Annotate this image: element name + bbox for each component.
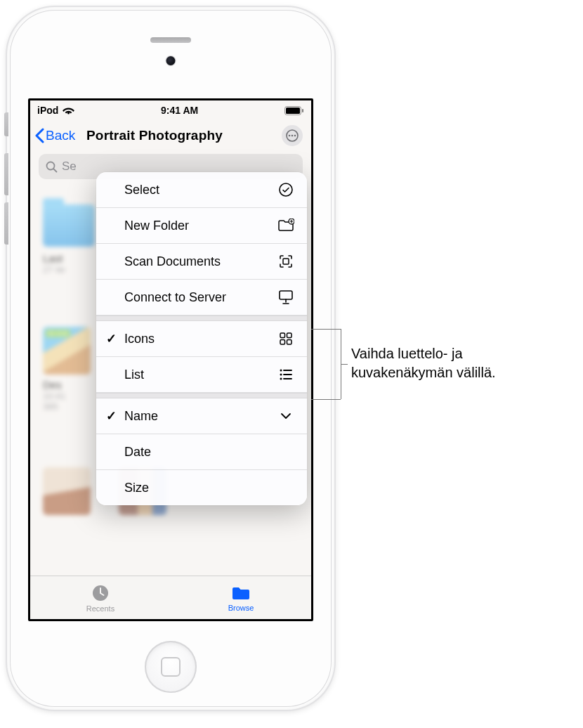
svg-rect-14 [287, 333, 292, 338]
file-name: Des [43, 379, 91, 391]
scan-icon [277, 253, 294, 270]
svg-point-18 [280, 374, 282, 376]
svg-rect-12 [280, 291, 292, 299]
context-menu: Select New Folder Scan Documents Connect… [96, 172, 307, 505]
menu-label: Scan Documents [124, 254, 221, 269]
tab-label: Recents [86, 604, 114, 613]
device-speaker [150, 37, 191, 43]
thumbnail-badge: So cool! [46, 330, 70, 337]
menu-label: Select [124, 183, 159, 197]
svg-point-19 [280, 378, 282, 380]
screen: Last 27 ite So cool! Des 10:41 385 [28, 98, 313, 621]
menu-sort-name[interactable]: ✓ Name [96, 398, 307, 434]
tab-label: Browse [228, 604, 254, 612]
svg-rect-1 [286, 108, 300, 114]
svg-point-7 [47, 162, 55, 169]
callout-line [341, 364, 348, 365]
checkmark-icon: ✓ [106, 331, 117, 346]
menu-view-icons[interactable]: ✓ Icons [96, 321, 307, 357]
folder-icon [43, 204, 95, 247]
file-size: 385 [43, 401, 91, 412]
svg-rect-13 [280, 333, 285, 338]
device-camera [166, 56, 176, 65]
device-frame: Last 27 ite So cool! Des 10:41 385 [7, 7, 334, 710]
file-thumbnail[interactable] [43, 467, 91, 515]
folder-icon [230, 584, 251, 602]
menu-sort-date[interactable]: Date [96, 434, 307, 470]
menu-label: Connect to Server [124, 290, 226, 305]
svg-rect-15 [280, 340, 285, 345]
menu-separator [96, 316, 307, 321]
menu-label: Icons [124, 332, 155, 346]
checkmark-icon: ✓ [106, 408, 117, 424]
search-icon [46, 161, 58, 173]
tab-bar: Recents Browse [30, 576, 311, 619]
tab-recents[interactable]: Recents [30, 576, 171, 619]
menu-select[interactable]: Select [96, 172, 307, 208]
back-label: Back [46, 128, 75, 143]
menu-connect-server[interactable]: Connect to Server [96, 280, 307, 316]
server-icon [277, 289, 294, 306]
svg-rect-16 [287, 340, 292, 345]
svg-point-4 [289, 135, 291, 137]
callout-text: Vaihda luettelo- ja kuvakenäkymän välill… [351, 344, 496, 382]
empty-icon [277, 443, 294, 460]
callout-line2: kuvakenäkymän välillä. [351, 363, 496, 382]
svg-point-5 [292, 135, 294, 137]
list-icon [277, 366, 294, 383]
volume-down-button [4, 202, 8, 245]
callout-line [311, 399, 341, 400]
battery-icon [284, 106, 304, 115]
page-title: Portrait Photography [86, 128, 282, 143]
menu-label: Name [124, 409, 158, 424]
file-time: 10:41 [43, 391, 91, 401]
chevron-down-icon [277, 408, 294, 424]
clock-icon [91, 583, 110, 603]
menu-sort-size[interactable]: Size [96, 470, 307, 505]
status-time: 9:41 AM [161, 105, 198, 116]
svg-rect-2 [302, 109, 303, 112]
menu-label: Date [124, 445, 151, 460]
folder-plus-icon [277, 217, 294, 234]
search-placeholder: Se [62, 160, 77, 174]
grid-icon [277, 330, 294, 347]
svg-point-17 [280, 370, 282, 372]
status-carrier: iPod [37, 105, 58, 116]
menu-label: List [124, 368, 144, 382]
menu-new-folder[interactable]: New Folder [96, 208, 307, 244]
file-thumbnail: So cool! [43, 327, 91, 375]
home-button[interactable] [145, 641, 197, 693]
status-bar: iPod 9:41 AM [30, 100, 311, 120]
volume-up-button [4, 153, 8, 195]
back-button[interactable]: Back [34, 128, 86, 143]
more-button[interactable] [282, 125, 303, 146]
menu-scan-documents[interactable]: Scan Documents [96, 244, 307, 280]
svg-rect-11 [283, 259, 289, 264]
menu-label: New Folder [124, 219, 189, 233]
wifi-icon [63, 106, 74, 115]
svg-point-6 [294, 135, 296, 137]
svg-line-8 [54, 169, 57, 171]
mute-switch [4, 112, 8, 136]
empty-icon [277, 479, 294, 496]
nav-bar: Back Portrait Photography [30, 120, 311, 151]
svg-point-9 [280, 183, 292, 196]
checkmark-circle-icon [277, 181, 294, 198]
callout-line1: Vaihda luettelo- ja [351, 344, 496, 363]
file-item[interactable]: So cool! Des 10:41 385 [43, 327, 91, 412]
tab-browse[interactable]: Browse [171, 576, 311, 619]
menu-view-list[interactable]: List [96, 357, 307, 393]
ellipsis-circle-icon [286, 129, 299, 142]
menu-label: Size [124, 481, 149, 495]
callout-line [311, 329, 341, 330]
menu-separator [96, 393, 307, 398]
